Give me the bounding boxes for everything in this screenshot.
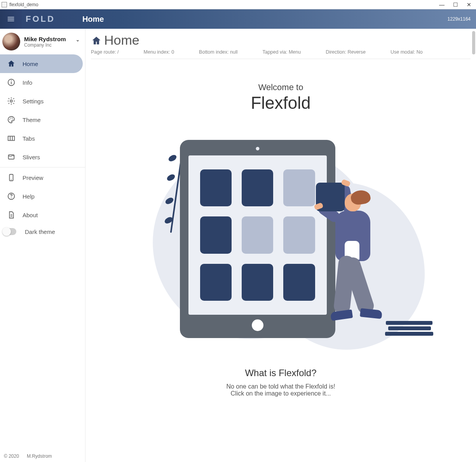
- svg-rect-1: [11, 82, 12, 84]
- page-meta-row: Page route: / Menu index: 0 Bottom index…: [91, 49, 471, 59]
- window-minimize-button[interactable]: —: [439, 2, 445, 8]
- what-line2: Click on the image to experience it...: [91, 390, 471, 397]
- welcome-line2: Flexfold: [91, 93, 471, 113]
- sidebar-item-label: Slivers: [23, 154, 40, 160]
- svg-rect-2: [11, 80, 12, 81]
- dark-theme-row: Dark theme: [0, 224, 85, 239]
- tabs-icon: [7, 134, 16, 143]
- sidebar-item-label: Tabs: [23, 135, 35, 142]
- chevron-down-icon: [74, 37, 81, 46]
- main-content: Home Page route: / Menu index: 0 Bottom …: [85, 29, 476, 462]
- sidebar-user-row[interactable]: Mike Rydstrom Company Inc: [0, 29, 85, 54]
- sidebar-item-label: Home: [23, 61, 38, 67]
- hero-image[interactable]: [91, 140, 471, 350]
- phone-icon: [7, 173, 16, 182]
- meta-route: Page route: /: [91, 49, 119, 55]
- settings-icon: [7, 97, 16, 105]
- meta-menu-index: Menu index: 0: [144, 49, 174, 55]
- doc-icon: [7, 211, 16, 219]
- home-icon: [91, 35, 101, 45]
- menu-button[interactable]: [0, 9, 22, 29]
- svg-rect-8: [8, 136, 15, 141]
- user-subtitle: Company Inc: [24, 42, 70, 48]
- sidebar-item-home[interactable]: Home: [0, 54, 83, 73]
- meta-use-modal: Use modal: No: [391, 49, 423, 55]
- sidebar-item-about[interactable]: About: [0, 206, 85, 224]
- svg-point-3: [10, 100, 12, 102]
- window-maximize-button[interactable]: ☐: [453, 2, 458, 8]
- books-decoration: [386, 319, 433, 336]
- help-icon: [7, 192, 16, 200]
- avatar: [2, 33, 20, 51]
- window-close-button[interactable]: ✕: [467, 2, 471, 8]
- app-logo: FOLD: [26, 14, 55, 24]
- footer-copyright: © 2020: [4, 453, 19, 459]
- window-app-icon: [2, 2, 7, 7]
- sidebar-item-label: Help: [23, 193, 35, 200]
- sidebar-item-label: Settings: [23, 98, 44, 105]
- sidebar-item-tabs[interactable]: Tabs: [0, 129, 85, 148]
- hamburger-icon: [7, 15, 15, 23]
- meta-bottom-index: Bottom index: null: [199, 49, 237, 55]
- meta-direction: Direction: Reverse: [326, 49, 366, 55]
- user-name: Mike Rydstrom: [24, 36, 70, 42]
- sidebar-item-preview[interactable]: Preview: [0, 168, 85, 187]
- what-line1: No one can be told what the Flexfold is!: [91, 383, 471, 390]
- dark-theme-toggle[interactable]: [3, 228, 16, 235]
- sidebar-item-label: Theme: [23, 117, 41, 123]
- sidebar-item-label: Info: [23, 79, 32, 86]
- tablet-illustration: [180, 140, 335, 338]
- scrollbar[interactable]: [472, 31, 475, 54]
- welcome-line1: Welcome to: [91, 82, 471, 92]
- sidebar-footer: © 2020 M.Rydstrom: [0, 450, 85, 462]
- svg-point-7: [12, 119, 13, 120]
- person-illustration: [328, 175, 409, 342]
- svg-point-15: [11, 197, 12, 198]
- svg-point-13: [11, 180, 12, 180]
- svg-point-4: [9, 119, 10, 120]
- meta-tapped-via: Tapped via: Menu: [262, 49, 301, 55]
- page-title: Home: [104, 33, 139, 48]
- sidebar-item-theme[interactable]: Theme: [0, 110, 85, 129]
- sidebar-divider: [0, 167, 85, 167]
- svg-point-6: [12, 118, 12, 119]
- appbar-title: Home: [82, 15, 104, 24]
- footer-author: M.Rydstrom: [27, 453, 52, 459]
- app-bar: FOLD Home 1229x1164: [0, 9, 476, 29]
- slivers-icon: [7, 153, 16, 161]
- svg-point-5: [10, 118, 11, 119]
- sidebar-item-label: Preview: [23, 174, 43, 181]
- sidebar-item-settings[interactable]: Settings: [0, 92, 85, 110]
- sidebar-item-slivers[interactable]: Slivers: [0, 148, 85, 166]
- palette-icon: [7, 115, 16, 124]
- sidebar-item-label: About: [23, 212, 38, 218]
- sidebar-item-info[interactable]: Info: [0, 73, 85, 92]
- dark-theme-label: Dark theme: [25, 228, 55, 235]
- sidebar-nav: Home Info Settings Theme Tabs Slivers: [0, 54, 85, 239]
- what-block: What is Flexfold? No one can be told wha…: [91, 368, 471, 413]
- welcome-block: Welcome to Flexfold: [91, 82, 471, 113]
- what-title: What is Flexfold?: [91, 368, 471, 378]
- window-titlebar: flexfold_demo — ☐ ✕: [0, 0, 476, 9]
- info-icon: [7, 78, 16, 87]
- window-title: flexfold_demo: [9, 2, 38, 7]
- sidebar-item-help[interactable]: Help: [0, 187, 85, 206]
- home-icon: [7, 59, 16, 68]
- appbar-dimensions: 1229x1164: [448, 16, 471, 22]
- sidebar: Mike Rydstrom Company Inc Home Info Sett…: [0, 29, 85, 462]
